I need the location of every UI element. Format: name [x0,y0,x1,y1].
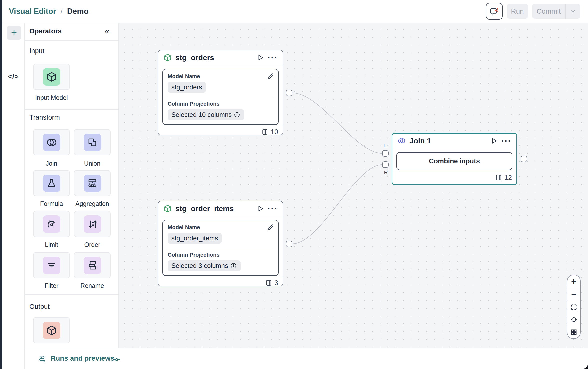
union-shapes-icon [84,134,101,151]
combine-inputs-button[interactable]: Combine inputs [396,152,512,170]
info-icon [230,262,237,269]
operator-tile-order[interactable] [74,211,111,237]
port-label-left: L [382,143,388,149]
breadcrumb-separator: / [61,7,63,15]
node-stg-order-items[interactable]: stg_order_items ··· Model Name stg_order… [158,201,283,286]
left-rail: + </> [2,23,25,369]
play-icon[interactable] [490,137,498,145]
collapse-panel-button[interactable]: « [105,26,109,36]
gauge-icon [43,215,60,233]
operator-tile-aggregation[interactable] [74,170,111,196]
commit-node-icon[interactable] [112,355,121,364]
model-name-value[interactable]: stg_orders [168,82,206,93]
operator-tile-limit[interactable] [33,211,70,237]
column-projections-label: Column Projections [168,252,273,258]
output-port-stg-orders[interactable] [286,90,292,96]
operator-tile-rename[interactable] [74,252,111,278]
node-footer: 3 [158,276,283,289]
chat-sparkle-icon [490,7,499,16]
columns-icon [495,174,502,181]
breadcrumb-section[interactable]: Visual Editor [9,7,56,16]
node-join-1[interactable]: Join 1 ··· Combine inputs 12 [392,133,517,185]
fullscreen-icon [570,304,577,311]
node-stg-orders[interactable]: stg_orders ··· Model Name stg_orders Col… [158,50,283,135]
play-icon[interactable] [257,54,264,61]
layers-stack-icon [84,257,101,274]
runs-and-previews-button[interactable]: Runs and previews [37,354,114,363]
ai-assistant-button[interactable] [486,3,503,20]
node-header: stg_order_items ··· [158,201,283,216]
model-name-label: Model Name [168,73,273,80]
operator-label-order: Order [74,241,111,248]
operator-tile-filter[interactable] [33,252,70,278]
flow-canvas[interactable]: stg_orders ··· Model Name stg_orders Col… [119,23,588,348]
zoom-in-button[interactable]: + [567,275,580,288]
operator-tile-output-model[interactable] [33,317,70,343]
node-title: Join 1 [409,137,487,145]
input-port-join-right[interactable] [382,161,389,168]
operator-label-input-model: Input Model [33,94,70,101]
operator-tile-union[interactable] [74,129,111,155]
columns-icon [265,279,272,286]
column-projections-label: Column Projections [168,101,273,107]
node-footer: 12 [392,171,516,184]
fit-view-button[interactable] [567,301,580,314]
add-operator-button[interactable]: + [7,26,21,40]
column-projections-value[interactable]: Selected 3 columns [168,260,241,271]
operator-tile-input-model[interactable] [33,64,70,90]
node-config-card: Model Name stg_orders Column Projections… [162,69,279,125]
sort-arrows-icon [84,215,101,233]
breadcrumb-page: Demo [67,7,89,16]
operator-label-aggregation: Aggregation [74,200,111,207]
window-edge-strip [0,0,2,369]
column-projections-value[interactable]: Selected 10 columns [168,109,244,120]
section-divider [25,294,119,295]
more-menu-icon[interactable]: ··· [268,55,278,60]
section-label-input: Input [29,47,44,55]
edit-pencil-icon[interactable] [267,224,274,231]
node-title: stg_order_items [175,204,253,213]
commit-button[interactable]: Commit [532,7,565,15]
card-divider [168,248,273,248]
commit-dropdown-button[interactable] [566,8,580,15]
edge-stg-order-items-to-join-right [292,165,382,244]
section-label-transform: Transform [29,114,60,121]
operator-tile-formula[interactable] [33,170,70,196]
node-header: Join 1 ··· [392,134,516,148]
layout-grid-button[interactable] [567,326,580,338]
flask-icon [43,175,60,192]
node-title: stg_orders [175,53,253,62]
cube-icon [163,204,172,213]
bottom-bar: Runs and previews [25,348,588,369]
visual-editor-app: Visual Editor / Demo Run [0,0,588,369]
edge-stg-orders-to-join-left [292,93,382,153]
cube-icon [163,53,172,62]
app-header: Visual Editor / Demo Run [2,0,588,23]
more-menu-icon[interactable]: ··· [501,138,511,143]
input-port-join-left[interactable] [382,150,389,157]
breadcrumb: Visual Editor / Demo [9,7,89,16]
edit-pencil-icon[interactable] [267,73,274,80]
section-label-output: Output [29,303,50,311]
node-header: stg_orders ··· [158,50,283,65]
center-selection-button[interactable] [567,313,580,326]
grid-icon [570,329,577,336]
join-venn-icon [397,137,406,145]
play-icon[interactable] [257,205,264,212]
zoom-out-button[interactable]: − [567,288,580,301]
run-button[interactable]: Run [507,4,528,19]
cube-icon [43,68,60,86]
code-view-button[interactable]: </> [2,73,24,81]
section-divider [25,109,119,110]
port-label-right: R [383,169,389,175]
model-name-value[interactable]: stg_order_items [168,233,222,244]
more-menu-icon[interactable]: ··· [268,206,278,211]
operator-tile-join[interactable] [33,129,70,155]
operator-label-join: Join [33,160,70,167]
column-count: 10 [271,128,278,136]
operator-label-formula: Formula [33,200,70,207]
node-config-card: Model Name stg_order_items Column Projec… [162,220,279,276]
output-port-join[interactable] [521,156,527,162]
output-port-stg-order-items[interactable] [286,241,292,247]
cube-icon [43,322,60,339]
